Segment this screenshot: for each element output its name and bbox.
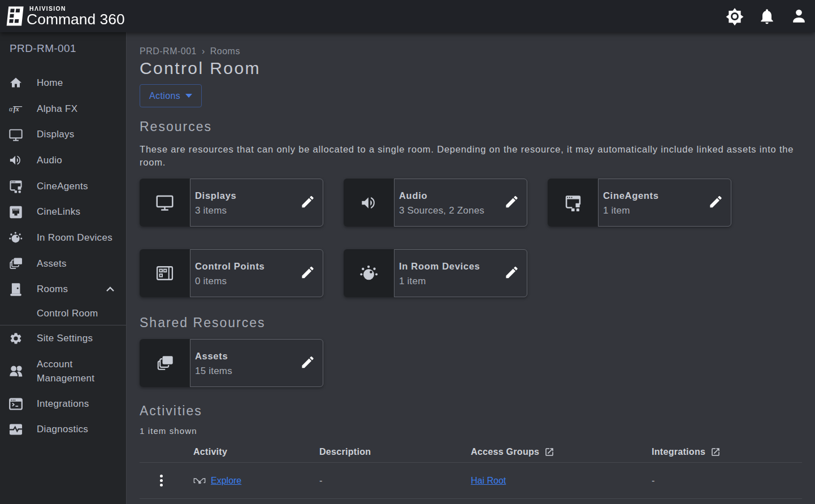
svg-text:α: α — [9, 105, 13, 113]
